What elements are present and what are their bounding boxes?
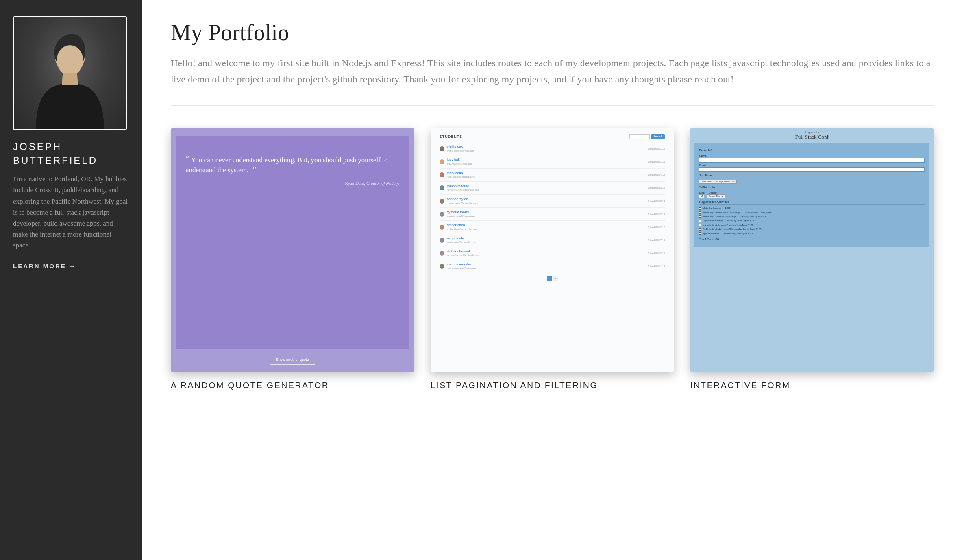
students-list: phillip coxphillip.cox@example.com Joine… <box>440 142 665 273</box>
student-avatar <box>440 212 444 217</box>
size-select: M <box>699 194 704 198</box>
form-section-tshirt: T-Shirt Info <box>699 185 925 190</box>
main-content: My Portfolio Hello! and welcome to my fi… <box>142 0 962 560</box>
form-body: Basic Info Name: Email: Job Role Full St… <box>694 143 929 247</box>
form-pretitle: Register for <box>694 131 929 134</box>
intro-text: Hello! and welcome to my first site buil… <box>171 55 934 87</box>
learn-more-link[interactable]: LEARN MORE → <box>13 263 76 269</box>
student-avatar <box>440 264 444 269</box>
student-date: Joined 05/13/15 <box>648 187 665 189</box>
checkbox-icon <box>699 232 701 235</box>
project-thumbnail: Register for Full Stack Conf Basic Info … <box>690 128 934 372</box>
student-name: lucy hall <box>447 158 460 161</box>
student-name: phillip cox <box>447 145 463 148</box>
show-another-quote-button: Show another quote <box>270 355 315 365</box>
form-section-basic: Basic Info <box>699 148 925 153</box>
projects-grid: “ You can never understand everything. B… <box>171 128 934 391</box>
open-quote-icon: “ <box>185 154 189 164</box>
student-row: sergio colesergio.cole@example.com Joine… <box>440 234 665 247</box>
project-card-quote[interactable]: “ You can never understand everything. B… <box>171 128 414 391</box>
student-date: Joined 09/11/15 <box>648 148 665 150</box>
checkbox-icon <box>699 228 701 231</box>
students-search: Search <box>629 134 665 139</box>
student-email: amber.chen@example.com <box>447 228 477 230</box>
student-name: aymeric morel <box>447 210 469 214</box>
page-title: My Portfolio <box>171 20 934 46</box>
student-date: Joined 05/13/16 <box>648 252 665 254</box>
student-email: victoire.bonnet@example.com <box>447 254 480 256</box>
page-number: 1 <box>547 276 552 281</box>
sidebar: JOSEPH BUTTERFIELD I'm a native to Portl… <box>0 0 142 560</box>
job-role-select: Full Stack JavaScript Developer <box>699 180 737 184</box>
student-row: aymeric morelaymeric.morel@example.com J… <box>440 208 665 221</box>
student-email: sergio.cole@example.com <box>447 241 476 243</box>
student-name: victoire bonnet <box>447 250 470 253</box>
student-email: phillip.cox@example.com <box>447 150 474 152</box>
student-avatar <box>440 159 444 164</box>
name-label: Name: <box>699 154 925 157</box>
email-input <box>699 167 925 172</box>
project-title: INTERACTIVE FORM <box>690 379 934 391</box>
quote-text: You can never understand everything. But… <box>185 156 387 174</box>
student-row: phillip coxphillip.cox@example.com Joine… <box>440 142 665 155</box>
student-row: mark colinmark.colin@example.com Joined … <box>440 169 665 182</box>
student-row: lucy halllucy.hall@example.com Joined 09… <box>440 155 665 168</box>
project-thumbnail: STUDENTS Search phillip coxphillip.cox@e… <box>431 128 674 372</box>
student-date: Joined 09/11/16 <box>648 161 665 163</box>
student-name: sergio cole <box>447 237 464 240</box>
search-button: Search <box>651 134 665 139</box>
project-card-pagination[interactable]: STUDENTS Search phillip coxphillip.cox@e… <box>431 128 674 391</box>
student-avatar <box>440 146 444 151</box>
student-date: Joined 02/17/15 <box>648 239 665 241</box>
student-avatar <box>440 185 444 190</box>
activity-item: Express Workshop — Tuesday 9am-12pm, $10… <box>699 219 925 223</box>
checkbox-icon <box>699 220 701 222</box>
students-heading: STUDENTS <box>440 135 463 139</box>
student-email: ramon.macrae@example.com <box>447 189 479 191</box>
student-avatar <box>440 199 444 204</box>
student-date: Joined 07/12/12 <box>648 226 665 228</box>
activity-item: npm Workshop — Wednesday 1pm-4pm, $100 <box>699 232 925 236</box>
project-thumbnail: “ You can never understand everything. B… <box>171 128 414 372</box>
student-row: connor taylorconnor.taylor@example.com J… <box>440 195 665 208</box>
student-date: Joined 01/11/13 <box>648 265 665 267</box>
student-name: marcos morales <box>447 263 472 266</box>
student-email: mark.colin@example.com <box>447 176 475 178</box>
close-quote-icon: ” <box>250 164 256 174</box>
student-date: Joined 05/18/14 <box>648 200 665 202</box>
activity-item: Node.js Workshop — Tuesday 1pm-4pm, $100 <box>699 223 925 227</box>
student-avatar <box>440 238 444 243</box>
project-title: A RANDOM QUOTE GENERATOR <box>171 379 414 391</box>
student-name: ramon macrae <box>447 184 469 188</box>
owner-name: JOSEPH BUTTERFIELD <box>13 140 129 167</box>
checkbox-icon <box>699 224 701 226</box>
project-title: LIST PAGINATION AND FILTERING <box>431 379 674 391</box>
student-date: Joined 01/14/14 <box>648 174 665 176</box>
student-email: marcos.morales@example.com <box>447 267 481 269</box>
activity-item: Build tools Workshop — Wednesday 9am-12p… <box>699 227 925 231</box>
student-avatar <box>440 251 444 256</box>
total-cost: Total Cost: $0 <box>699 237 925 242</box>
svg-point-1 <box>57 45 83 76</box>
student-email: lucy.hall@example.com <box>447 163 472 165</box>
student-row: victoire bonnetvictoire.bonnet@example.c… <box>440 247 665 260</box>
activity-item: JavaScript Libraries Workshop — Tuesday … <box>699 215 925 219</box>
activity-item: JavaScript Frameworks Workshop — Tuesday… <box>699 211 925 215</box>
checkbox-icon <box>699 211 701 214</box>
form-section-activities: Register for Activities <box>699 200 925 205</box>
avatar <box>14 17 126 129</box>
student-row: amber chenamber.chen@example.com Joined … <box>440 221 665 234</box>
email-label: Email: <box>699 164 925 167</box>
student-name: amber chen <box>447 223 465 227</box>
quote-card: “ You can never understand everything. B… <box>176 136 409 349</box>
checkbox-icon <box>699 215 701 218</box>
activities-list: Main Conference — $200JavaScript Framewo… <box>699 206 925 236</box>
student-email: connor.taylor@example.com <box>447 202 478 204</box>
owner-bio: I'm a native to Portland, OR. My hobbies… <box>13 174 129 251</box>
checkbox-icon <box>699 207 701 210</box>
page-number: 2 <box>553 276 558 281</box>
student-name: connor taylor <box>447 197 468 201</box>
student-date: Joined 06/13/13 <box>648 213 665 215</box>
project-card-form[interactable]: Register for Full Stack Conf Basic Info … <box>690 128 934 391</box>
student-email: aymeric.morel@example.com <box>447 215 479 217</box>
